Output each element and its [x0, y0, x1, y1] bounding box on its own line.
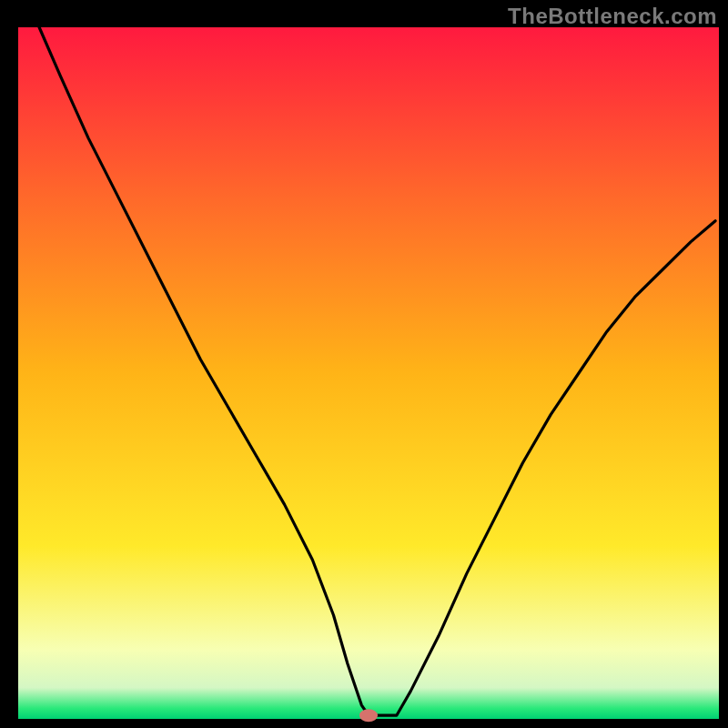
optimal-point-marker: [359, 709, 378, 722]
bottleneck-chart: [0, 0, 728, 728]
plot-area: [18, 27, 719, 719]
chart-frame: TheBottleneck.com: [0, 0, 728, 728]
watermark-label: TheBottleneck.com: [508, 4, 717, 29]
